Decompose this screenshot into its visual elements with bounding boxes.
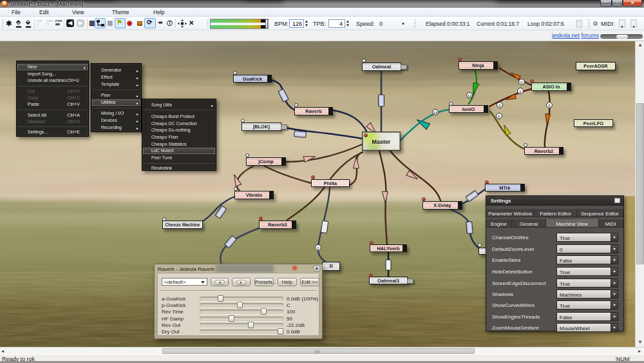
svg-text:12: 12 <box>468 94 472 98</box>
svg-text:15: 15 <box>433 111 438 115</box>
